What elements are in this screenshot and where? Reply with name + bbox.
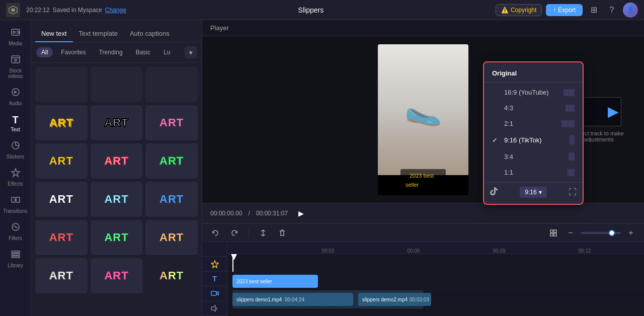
video-preview: 🥿 2023 best seller: [378, 44, 468, 195]
change-link[interactable]: Change: [105, 7, 126, 14]
video-clip-1[interactable]: slippers demo1.mp4 00:04:24: [232, 293, 353, 306]
text-panel: New text Text template Auto captions All…: [31, 20, 202, 316]
list-item[interactable]: ART: [35, 182, 88, 217]
library-icon: [11, 249, 21, 262]
tab-text-template[interactable]: Text template: [73, 26, 124, 42]
ratio-option-3-4[interactable]: 3:4: [484, 148, 583, 165]
zoom-out-button[interactable]: −: [564, 226, 578, 240]
list-item[interactable]: ART: [145, 182, 198, 217]
sidebar-item-library[interactable]: Library: [2, 246, 29, 271]
video-clip-2[interactable]: slippers demo2.mp4 00:03:03: [358, 293, 431, 306]
list-item[interactable]: ART: [145, 105, 198, 140]
list-item[interactable]: ART: [91, 105, 143, 140]
track-text: 2023 best seller: [227, 272, 644, 290]
sidebar-item-transitions[interactable]: Transitions: [2, 192, 29, 217]
project-title[interactable]: Slippers: [126, 6, 496, 14]
sidebar-item-stock[interactable]: Stock videos: [2, 51, 29, 82]
sidebar-label-effects: Effects: [8, 181, 23, 187]
row-ctrl-audio-volume[interactable]: [202, 301, 227, 316]
ratio-option-9-16[interactable]: ✓ 9:16 (TikTok): [484, 131, 583, 148]
timeline-ruler: 00:03 00:06 00:09 00:12: [227, 242, 644, 254]
chevron-down-icon: ▾: [539, 189, 542, 196]
redo-button[interactable]: [227, 226, 242, 240]
filter-favorites[interactable]: Favorites: [56, 47, 91, 57]
ratio-select-button[interactable]: 9:16 ▾: [520, 187, 546, 198]
ratio-dropdown: Original 16:9 (YouTube) 4:3 2:1: [483, 61, 584, 205]
sidebar-label-library: Library: [8, 263, 23, 268]
timeline-tracks[interactable]: 00:03 00:06 00:09 00:12 2023: [227, 242, 644, 316]
app-logo: [6, 3, 20, 17]
ruler-mark-0012: 00:12: [578, 248, 591, 254]
undo-button[interactable]: [208, 226, 222, 240]
svg-rect-21: [550, 233, 553, 236]
player-area: Player 🥿 2023 best seller Original: [202, 20, 644, 223]
sidebar-item-audio[interactable]: Audio: [2, 84, 29, 109]
row-ctrl-star[interactable]: [202, 257, 227, 271]
svg-point-3: [13, 31, 15, 33]
list-item[interactable]: ART: [91, 258, 143, 293]
list-item[interactable]: [145, 67, 198, 102]
text-clip[interactable]: 2023 best seller: [232, 275, 318, 288]
sidebar-item-effects[interactable]: Effects: [2, 165, 29, 190]
ratio-option-16-9[interactable]: 16:9 (YouTube): [484, 85, 583, 100]
row-ctrl-text[interactable]: T: [202, 272, 227, 286]
zoom-slider[interactable]: [581, 232, 621, 234]
stock-icon: [11, 54, 21, 67]
svg-marker-1: [11, 8, 15, 12]
fullscreen-button[interactable]: ⊞: [587, 3, 601, 17]
copyright-button[interactable]: ⚠️ Copyright: [496, 4, 542, 16]
list-item[interactable]: ART: [91, 182, 143, 217]
player-canvas[interactable]: 🥿 2023 best seller Original 16:9 (YouTub…: [202, 36, 644, 203]
time-separator: /: [248, 210, 250, 217]
filter-all[interactable]: All: [36, 47, 53, 57]
sidebar-item-media[interactable]: Media: [2, 24, 29, 49]
list-item[interactable]: ART: [91, 143, 143, 179]
timeline-content: T 00:03 00:06 00:09 00:12: [202, 242, 644, 316]
sidebar-item-stickers[interactable]: Stickers: [2, 137, 29, 163]
list-item[interactable]: ART: [35, 220, 88, 255]
filter-lu[interactable]: Lu: [158, 47, 175, 57]
sidebar-item-text[interactable]: T Text: [2, 111, 29, 135]
ratio-option-2-1[interactable]: 2:1: [484, 116, 583, 131]
filter-basic[interactable]: Basic: [131, 47, 155, 57]
tab-auto-captions[interactable]: Auto captions: [124, 26, 176, 42]
split-button[interactable]: [256, 226, 270, 240]
filters-icon: [11, 222, 21, 234]
list-item[interactable]: ART: [145, 143, 198, 179]
transitions-icon: [11, 195, 21, 207]
sidebar: Media Stock videos Audio T Text Stickers: [0, 20, 31, 316]
delete-button[interactable]: [275, 226, 289, 240]
tab-new-text[interactable]: New text: [35, 26, 73, 42]
filter-more-button[interactable]: ▾: [185, 46, 197, 58]
avatar[interactable]: 👤: [623, 3, 638, 18]
svg-rect-15: [12, 254, 20, 255]
ratio-option-1-1[interactable]: 1:1: [484, 165, 583, 180]
zoom-thumb[interactable]: [609, 230, 615, 236]
grid-view-button[interactable]: [546, 226, 560, 240]
ratio-thumb-4-3: [566, 105, 575, 112]
help-button[interactable]: ?: [605, 3, 619, 17]
list-item[interactable]: ART: [35, 258, 88, 293]
list-item[interactable]: ART: [91, 220, 143, 255]
fullscreen-ratio-button[interactable]: ⛶: [569, 188, 577, 197]
ratio-check-9-16: ✓: [492, 136, 500, 144]
ratio-thumb-16-9: [564, 89, 575, 96]
list-item[interactable]: [91, 67, 143, 102]
row-ctrl-video[interactable]: [202, 286, 227, 301]
timeline-right: − +: [546, 226, 638, 240]
list-item[interactable]: ART: [35, 143, 88, 179]
zoom-in-button[interactable]: +: [624, 226, 638, 240]
play-button[interactable]: ▶: [294, 206, 308, 220]
clip-label: slippers demo2.mp4: [362, 297, 408, 302]
svg-marker-9: [12, 169, 20, 177]
list-item[interactable]: [35, 67, 88, 102]
list-item[interactable]: ART: [145, 220, 198, 255]
list-item[interactable]: ART: [145, 258, 198, 293]
sidebar-label-text: Text: [11, 127, 20, 132]
sidebar-item-filters[interactable]: Filters: [2, 219, 29, 244]
player-controls: 00:00:00.00 / 00:00:31:07 ▶: [202, 203, 644, 223]
filter-trending[interactable]: Trending: [94, 47, 128, 57]
export-button[interactable]: ↑ Export: [546, 4, 583, 16]
ratio-option-4-3[interactable]: 4:3: [484, 100, 583, 116]
list-item[interactable]: ART: [35, 105, 88, 140]
